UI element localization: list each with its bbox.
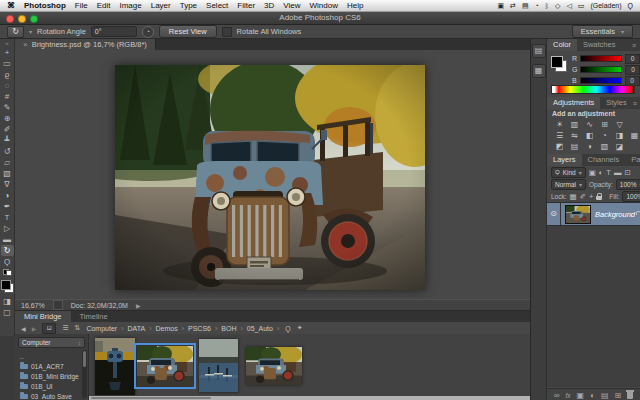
color-panel-swatches[interactable] bbox=[551, 56, 567, 72]
link-layers-icon[interactable]: ∞ bbox=[554, 391, 560, 400]
filter-star-icon[interactable]: ✦ bbox=[297, 324, 303, 332]
blur-tool[interactable]: ∇ bbox=[1, 179, 14, 190]
close-window-button[interactable] bbox=[6, 15, 14, 23]
filter-adjustment-layers-icon[interactable]: ◐ bbox=[599, 168, 604, 177]
black-white-icon[interactable]: ◧ bbox=[584, 131, 595, 140]
breadcrumb-computer[interactable]: Computer bbox=[86, 325, 117, 332]
layer-row-background[interactable]: ⊙ Backg bbox=[547, 203, 640, 226]
layer-group-icon[interactable]: ▤ bbox=[601, 391, 609, 400]
tab-color[interactable]: Color bbox=[547, 39, 577, 51]
thumbnail-binoculars-viewer[interactable] bbox=[95, 338, 135, 395]
rotation-angle-input[interactable]: 0° bbox=[91, 26, 137, 37]
breadcrumb-boh[interactable]: BOH bbox=[221, 325, 236, 332]
zoom-window-button[interactable] bbox=[30, 15, 38, 23]
rotate-all-windows-checkbox[interactable] bbox=[222, 27, 232, 37]
list-item-folder[interactable]: 01B_UI bbox=[15, 381, 88, 391]
document-tab[interactable]: × Brightness.psd @ 16,7% (RGB/8*) bbox=[15, 39, 156, 50]
layer-effects-icon[interactable]: fx bbox=[565, 392, 570, 399]
brightness-contrast-icon[interactable]: ☀ bbox=[554, 120, 565, 129]
nav-back-icon[interactable]: ◀ bbox=[21, 325, 26, 332]
layer-thumbnail[interactable] bbox=[565, 205, 591, 224]
menu-window[interactable]: Window bbox=[310, 1, 338, 10]
breadcrumb-pscs6[interactable]: PSCS6 bbox=[188, 325, 211, 332]
folder-list-scrollbar[interactable] bbox=[82, 350, 87, 398]
rectangular-marquee-tool[interactable]: ▭ bbox=[1, 58, 14, 69]
menu-filter[interactable]: Filter bbox=[237, 1, 255, 10]
green-channel-value[interactable]: 0 bbox=[625, 65, 640, 75]
tab-adjustments[interactable]: Adjustments bbox=[547, 97, 600, 109]
time-machine-icon[interactable]: ◔ bbox=[535, 2, 539, 9]
menu-view[interactable]: View bbox=[283, 1, 300, 10]
eraser-tool[interactable]: ▱ bbox=[1, 157, 14, 168]
zoom-level-field[interactable]: 16,67% bbox=[21, 302, 45, 309]
hue-saturation-icon[interactable]: ☰ bbox=[554, 131, 565, 140]
window-titlebar[interactable]: Adobe Photoshop CS6 bbox=[0, 12, 640, 25]
clone-stamp-tool[interactable]: ┻ bbox=[1, 135, 14, 146]
tab-swatches[interactable]: Swatches bbox=[577, 39, 622, 51]
red-channel-value[interactable]: 0 bbox=[625, 54, 640, 64]
rectangle-shape-tool[interactable]: ▬ bbox=[1, 234, 14, 245]
tab-layers[interactable]: Layers bbox=[547, 154, 582, 166]
selective-color-icon[interactable]: ◪ bbox=[614, 142, 625, 151]
monitor-icon[interactable]: ▤ bbox=[522, 2, 529, 10]
threshold-icon[interactable]: ◑ bbox=[584, 142, 595, 151]
photo-filter-icon[interactable]: ◔ bbox=[599, 131, 610, 140]
type-tool[interactable]: T bbox=[1, 212, 14, 223]
zoom-tool[interactable]: Ϙ bbox=[1, 256, 14, 267]
properties-panel-icon[interactable]: ▦ bbox=[532, 64, 546, 78]
lock-all-icon[interactable] bbox=[596, 196, 602, 200]
filter-smart-objects-icon[interactable]: ⊡ bbox=[624, 168, 630, 177]
screen-mode-icon[interactable]: ▢ bbox=[1, 307, 14, 318]
menu-file[interactable]: File bbox=[75, 1, 88, 10]
close-document-icon[interactable]: × bbox=[23, 40, 28, 49]
list-item-folder[interactable]: 01A_ACR7 bbox=[15, 361, 88, 371]
spotlight-icon[interactable]: Ϙ bbox=[628, 2, 633, 9]
menu-select[interactable]: Select bbox=[206, 1, 228, 10]
bluetooth-icon[interactable]: ᛒ bbox=[545, 2, 549, 9]
curves-icon[interactable]: ∿ bbox=[584, 120, 595, 129]
thumbnail-paddleboarders[interactable] bbox=[199, 339, 238, 392]
document-canvas[interactable] bbox=[15, 50, 530, 299]
blue-channel-value[interactable]: 0 bbox=[625, 76, 640, 86]
layer-filter-kind-select[interactable]: Ϙ Kind ▾ bbox=[551, 167, 586, 178]
lasso-tool[interactable]: ϱ bbox=[1, 69, 14, 80]
filter-pixel-layers-icon[interactable]: ▣ bbox=[589, 168, 596, 177]
breadcrumb-current-folder[interactable]: 05_Auto bbox=[247, 325, 273, 332]
red-channel-slider[interactable] bbox=[580, 55, 622, 62]
tab-mini-bridge[interactable]: Mini Bridge bbox=[15, 311, 71, 322]
quick-selection-tool[interactable]: ◌ bbox=[1, 80, 14, 91]
tab-styles[interactable]: Styles bbox=[600, 97, 632, 109]
volume-icon[interactable]: ◁ bbox=[566, 2, 571, 10]
tab-paths[interactable]: Paths bbox=[625, 154, 640, 166]
rotate-view-tool[interactable]: ↻ bbox=[1, 245, 14, 256]
truck-photo[interactable] bbox=[115, 65, 425, 290]
tab-channels[interactable]: Channels bbox=[582, 154, 626, 166]
reset-view-button[interactable]: Reset View bbox=[159, 25, 217, 38]
wifi-icon[interactable]: ◇ bbox=[555, 2, 560, 10]
filter-shape-layers-icon[interactable]: ▬ bbox=[614, 168, 622, 177]
brush-tool[interactable]: ✐ bbox=[1, 124, 14, 135]
spot-healing-brush-tool[interactable]: ⊕ bbox=[1, 113, 14, 124]
lock-transparent-pixels-icon[interactable]: ▦ bbox=[570, 192, 577, 201]
quick-mask-mode-icon[interactable]: ◨ bbox=[1, 296, 14, 307]
breadcrumb-data[interactable]: DATA bbox=[127, 325, 145, 332]
menu-type[interactable]: Type bbox=[180, 1, 197, 10]
adjustment-layer-icon[interactable]: ◐ bbox=[590, 391, 595, 400]
pen-tool[interactable]: ✒ bbox=[1, 201, 14, 212]
workspace-switcher-button[interactable]: Essentials ▾ bbox=[572, 25, 633, 38]
default-colors-icon[interactable] bbox=[3, 269, 12, 276]
history-brush-tool[interactable]: ↺ bbox=[1, 146, 14, 157]
tool-preset-caret-icon[interactable]: ▾ bbox=[29, 28, 32, 35]
channel-mixer-icon[interactable]: ◨ bbox=[614, 131, 625, 140]
gradient-tool[interactable]: ▧ bbox=[1, 168, 14, 179]
vibrance-icon[interactable]: ▽ bbox=[614, 120, 625, 129]
exposure-icon[interactable]: ⊞ bbox=[599, 120, 610, 129]
foreground-background-swatches[interactable] bbox=[1, 280, 14, 293]
layer-name[interactable]: Background bbox=[595, 210, 635, 219]
levels-icon[interactable]: ▥ bbox=[569, 120, 580, 129]
toolbar-collapse-icon[interactable]: « bbox=[5, 39, 8, 47]
path-selection-tool[interactable]: ▷ bbox=[1, 223, 14, 234]
opacity-input[interactable]: 100% ▾ bbox=[616, 179, 640, 190]
rotate-view-tool-icon[interactable]: ↻ bbox=[7, 26, 24, 38]
nav-root-select[interactable]: Computer ↕ bbox=[18, 337, 85, 348]
